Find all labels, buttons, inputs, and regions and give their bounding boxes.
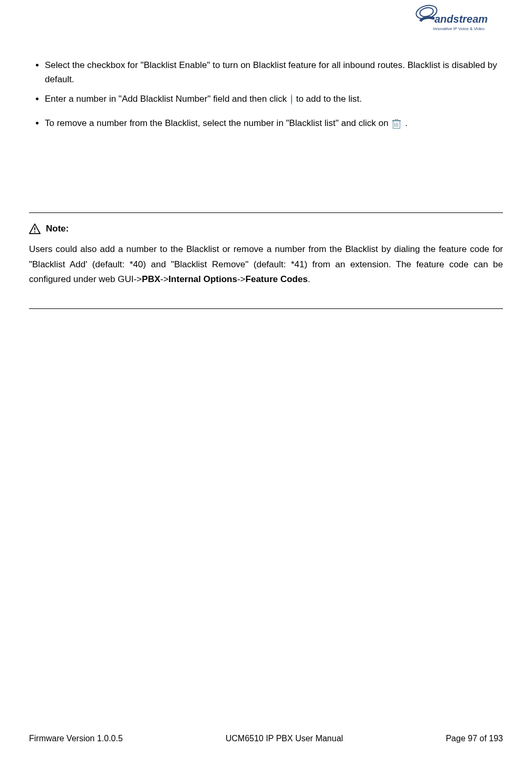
bullet-text-3a: To remove a number from the Blacklist, s… (45, 118, 391, 128)
svg-text:andstream: andstream (434, 13, 488, 25)
trash-icon (392, 119, 401, 129)
note-arrow1: -> (160, 274, 169, 284)
bullet-item-1: Select the checkbox for "Blacklist Enabl… (45, 58, 503, 86)
footer-manual: UCM6510 IP PBX User Manual (226, 734, 343, 743)
grandstream-logo: andstream Innovative IP Voice & Video (411, 3, 495, 34)
bullet-text-2a: Enter a number in "Add Blacklist Number"… (45, 94, 289, 104)
note-pbx: PBX (142, 274, 160, 284)
warning-icon (29, 224, 41, 234)
footer-page: Page 97 of 193 (446, 734, 503, 743)
bullet-item-3: To remove a number from the Blacklist, s… (45, 116, 503, 130)
note-label: Note: (46, 224, 69, 234)
svg-text:Innovative IP Voice & Video: Innovative IP Voice & Video (433, 26, 485, 31)
note-body: Users could also add a number to the Bla… (29, 242, 503, 288)
header: andstream Innovative IP Voice & Video (411, 3, 495, 37)
bullet-item-2: Enter a number in "Add Blacklist Number"… (45, 92, 503, 106)
note-featurecodes: Feature Codes (246, 274, 308, 284)
instruction-list: Select the checkbox for "Blacklist Enabl… (29, 58, 503, 131)
footer-firmware: Firmware Version 1.0.0.5 (29, 734, 123, 743)
note-header: Note: (29, 224, 503, 234)
note-arrow2: -> (237, 274, 246, 284)
bullet-text-1: Select the checkbox for "Blacklist Enabl… (45, 60, 497, 84)
note-internal: Internal Options (169, 274, 237, 284)
note-period: . (308, 274, 311, 284)
footer: Firmware Version 1.0.0.5 UCM6510 IP PBX … (29, 734, 503, 743)
main-content: Select the checkbox for "Blacklist Enabl… (29, 58, 503, 309)
svg-point-5 (34, 231, 35, 232)
add-icon (291, 92, 292, 106)
bullet-text-3b: . (405, 118, 408, 128)
note-section: Note: Users could also add a number to t… (29, 212, 503, 309)
bullet-text-2b: to add to the list. (296, 94, 362, 104)
